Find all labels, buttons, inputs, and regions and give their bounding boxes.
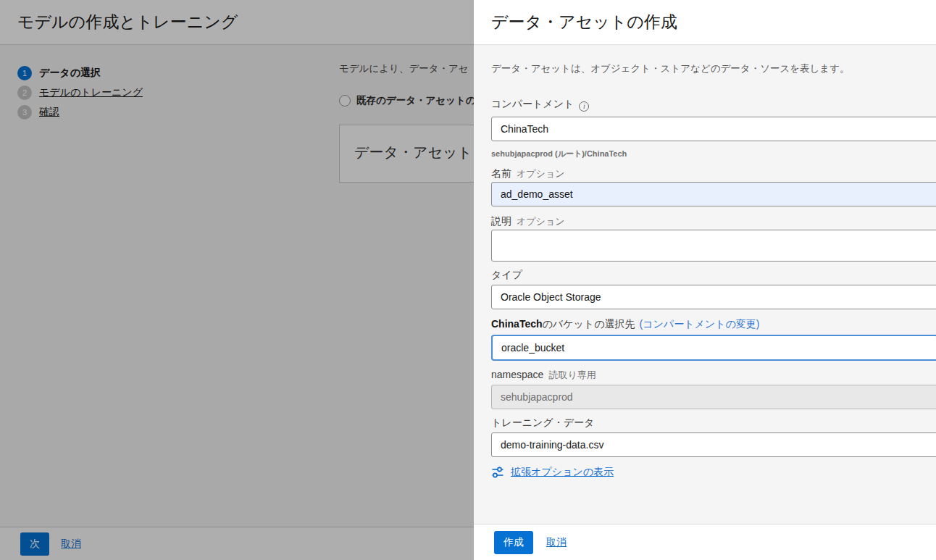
change-compartment-link[interactable]: (コンパートメントの変更) xyxy=(640,318,760,330)
description-textarea[interactable] xyxy=(491,230,936,262)
type-select[interactable]: Oracle Object Storage xyxy=(491,285,936,309)
description-label-text: 説明 xyxy=(491,215,511,227)
name-input[interactable] xyxy=(491,182,936,206)
type-label: タイプ xyxy=(491,269,522,282)
namespace-label: namespace読取り専用 xyxy=(491,369,596,382)
panel-description: データ・アセットは、オブジェクト・ストアなどのデータ・ソースを表します。 xyxy=(491,62,850,75)
training-data-label-text: トレーニング・データ xyxy=(491,417,594,428)
panel-title: データ・アセットの作成 xyxy=(491,11,677,33)
name-optional-tag: オプション xyxy=(517,168,565,179)
description-optional-tag: オプション xyxy=(517,216,565,227)
bucket-label: ChinaTechのバケットの選択先(コンパートメントの変更) xyxy=(491,318,759,331)
advanced-options-row: 拡張オプションの表示 xyxy=(491,466,614,479)
panel-cancel-link[interactable]: 取消 xyxy=(546,536,567,549)
panel-footer: 作成 取消 xyxy=(474,524,936,560)
panel-body: データ・アセットは、オブジェクト・ストアなどのデータ・ソースを表します。 コンパ… xyxy=(474,45,936,524)
description-label: 説明オプション xyxy=(491,215,565,228)
create-button[interactable]: 作成 xyxy=(494,531,533,554)
bucket-compartment-name: ChinaTech xyxy=(491,318,543,330)
panel-header: データ・アセットの作成 xyxy=(474,0,936,45)
bucket-label-text: のバケットの選択先 xyxy=(543,318,635,330)
create-data-asset-panel: データ・アセットの作成 データ・アセットは、オブジェクト・ストアなどのデータ・ソ… xyxy=(474,0,936,560)
compartment-select[interactable]: ChinaTech xyxy=(491,117,936,141)
compartment-label: コンパートメントi xyxy=(491,98,589,112)
info-icon[interactable]: i xyxy=(579,101,589,112)
compartment-label-text: コンパートメント xyxy=(491,98,574,109)
name-label-text: 名前 xyxy=(491,167,511,179)
namespace-readonly-tag: 読取り専用 xyxy=(548,369,596,380)
show-advanced-options-link[interactable]: 拡張オプションの表示 xyxy=(511,466,614,479)
namespace-input xyxy=(491,385,936,409)
type-label-text: タイプ xyxy=(491,269,522,280)
name-label: 名前オプション xyxy=(491,167,565,180)
namespace-label-text: namespace xyxy=(491,369,543,380)
bucket-input[interactable] xyxy=(491,335,936,361)
sliders-icon xyxy=(491,466,504,479)
compartment-path-helper: sehubjapacprod (ルート)/ChinaTech xyxy=(491,149,627,159)
training-data-input[interactable] xyxy=(491,432,936,457)
training-data-label: トレーニング・データ xyxy=(491,417,594,430)
